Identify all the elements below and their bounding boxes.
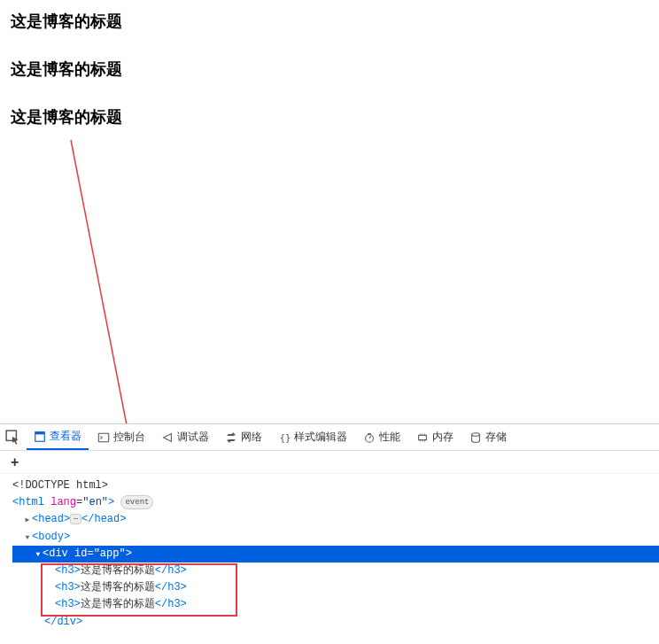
- tab-label: 查看器: [50, 429, 81, 444]
- collapse-icon[interactable]: [23, 529, 32, 546]
- dom-body-open[interactable]: <body>: [12, 529, 659, 546]
- devtools-tab-bar: 查看器 控制台 调试器 网络 {} 样式编辑器 性能 内存 存储: [0, 424, 659, 451]
- tab-performance[interactable]: 性能: [356, 424, 407, 450]
- tab-label: 内存: [432, 430, 454, 445]
- network-icon: [225, 431, 237, 444]
- dom-div-close[interactable]: </div>: [12, 614, 659, 631]
- rendered-page: 这是博客的标题 这是博客的标题 这是博客的标题: [0, 0, 659, 161]
- tab-network[interactable]: 网络: [218, 424, 269, 450]
- svg-text:{}: {}: [280, 431, 291, 442]
- tab-console[interactable]: 控制台: [90, 424, 152, 450]
- devtools-subbar: +: [0, 451, 659, 474]
- tab-storage[interactable]: 存储: [462, 424, 514, 450]
- devtools-panel: 查看器 控制台 调试器 网络 {} 样式编辑器 性能 内存 存储: [0, 423, 659, 644]
- tab-label: 控制台: [113, 430, 145, 445]
- event-badge[interactable]: event: [120, 495, 153, 509]
- element-picker-icon[interactable]: [5, 430, 21, 446]
- dom-doctype[interactable]: <!DOCTYPE html>: [12, 477, 659, 494]
- dom-h3-3[interactable]: <h3>这是博客的标题</h3>: [12, 596, 659, 613]
- tab-inspector[interactable]: 查看器: [27, 424, 89, 450]
- console-icon: [97, 431, 110, 444]
- tab-label: 调试器: [177, 430, 209, 445]
- tab-label: 存储: [485, 430, 507, 445]
- memory-icon: [416, 431, 429, 444]
- dom-head[interactable]: <head>⋯</head>: [12, 511, 659, 528]
- collapse-icon[interactable]: [34, 546, 43, 563]
- svg-rect-4: [35, 431, 45, 434]
- dom-h3-1[interactable]: <h3>这是博客的标题</h3>: [12, 563, 659, 579]
- dom-div-app[interactable]: <div id="app">: [12, 546, 659, 563]
- style-editor-icon: {}: [278, 431, 291, 444]
- svg-line-8: [369, 436, 371, 438]
- dom-html-open[interactable]: <html lang="en"> event: [12, 494, 659, 511]
- tab-label: 性能: [379, 430, 400, 445]
- debugger-icon: [161, 431, 174, 444]
- tab-label: 样式编辑器: [294, 430, 347, 445]
- inspector-icon: [34, 431, 46, 443]
- add-button[interactable]: +: [7, 454, 22, 470]
- tab-debugger[interactable]: 调试器: [154, 424, 216, 450]
- tab-style-editor[interactable]: {} 样式编辑器: [271, 424, 354, 450]
- blog-title-heading: 这是博客的标题: [11, 58, 648, 80]
- tab-label: 网络: [241, 430, 262, 445]
- blog-title-heading: 这是博客的标题: [11, 11, 648, 32]
- storage-icon: [469, 431, 482, 444]
- dom-tree[interactable]: <!DOCTYPE html> <html lang="en"> event <…: [0, 474, 659, 634]
- svg-rect-10: [419, 435, 427, 439]
- svg-point-17: [472, 432, 480, 436]
- performance-icon: [363, 431, 376, 444]
- dom-h3-2[interactable]: <h3>这是博客的标题</h3>: [12, 579, 659, 596]
- svg-rect-5: [98, 433, 108, 442]
- ellipsis-icon[interactable]: ⋯: [70, 514, 81, 524]
- expand-icon[interactable]: [23, 511, 32, 528]
- tab-memory[interactable]: 内存: [409, 424, 461, 450]
- blog-title-heading: 这是博客的标题: [11, 106, 648, 128]
